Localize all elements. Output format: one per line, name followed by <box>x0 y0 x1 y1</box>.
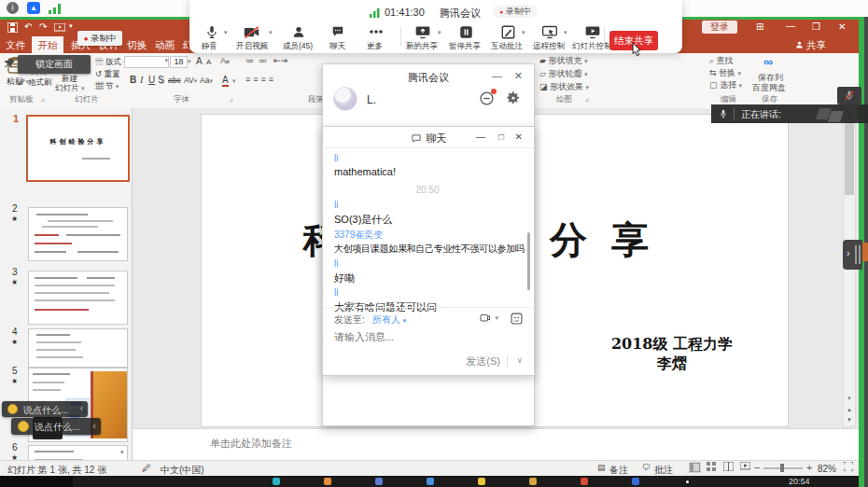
fit-window-icon[interactable] <box>844 462 853 471</box>
collapse-left-icon2[interactable]: ‹ <box>92 420 96 431</box>
slide-control-button[interactable]: 幻灯片控制 <box>572 41 612 52</box>
side-panel-toggle[interactable]: › <box>843 240 862 270</box>
baidu-save-button-line2[interactable]: 百度网盘 <box>752 82 786 94</box>
italic-button[interactable]: I <box>140 75 143 85</box>
pin-icon[interactable] <box>4 56 16 70</box>
clear-format-button[interactable]: A𝄪 <box>220 56 230 66</box>
scroll-down-icon[interactable]: ▼ <box>847 396 852 401</box>
start-video-button[interactable]: 开启视频 <box>236 41 268 52</box>
comments-toggle-button[interactable]: 批注 <box>654 464 673 477</box>
collapse-left-icon[interactable]: ‹ <box>80 403 83 413</box>
layout-button[interactable]: ▤ 版式 ▾ <box>95 57 127 68</box>
shape-fill-button[interactable]: ▰ 形状填充 ▾ <box>539 55 587 67</box>
recording-badge[interactable]: ● 录制中 <box>493 5 538 18</box>
meeting-close-icon[interactable]: ✕ <box>514 70 523 82</box>
undo-icon[interactable]: ↶ <box>24 21 32 32</box>
close-icon[interactable]: ✕ <box>838 21 846 32</box>
user-avatar[interactable] <box>333 87 357 111</box>
status-zoom-level[interactable]: 82% <box>818 464 836 474</box>
remote-control-button[interactable]: 远程控制 <box>533 41 565 52</box>
send-button[interactable]: 发送(S) <box>466 355 500 369</box>
thumb-panel-scroll-icon[interactable]: ▾ <box>120 449 124 456</box>
danmaku-bar2[interactable]: 说点什么... ‹ <box>11 418 101 435</box>
meeting-minimize-icon[interactable]: — <box>492 70 502 81</box>
bullets-button[interactable]: ≔ <box>245 56 254 65</box>
collapsed-window-notch[interactable] <box>862 243 868 261</box>
members-icon[interactable] <box>292 25 305 39</box>
font-color-button[interactable]: A <box>222 75 229 87</box>
annotate-caret-icon[interactable]: ▾ <box>522 29 525 36</box>
numbering-button[interactable]: ≕ <box>259 56 267 65</box>
clipboard-dialog-launcher[interactable]: ⌟ <box>41 93 45 103</box>
chat-maximize-icon[interactable]: □ <box>498 127 504 147</box>
chat-window[interactable]: 聊天 — □ ✕ li mathematica! 20:50 li SO(3)是… <box>322 126 535 376</box>
bold-button[interactable]: B <box>130 75 136 85</box>
font-size-box[interactable]: 18 <box>170 56 188 68</box>
zoom-out-button[interactable]: − <box>754 462 760 473</box>
minimize-icon[interactable]: — <box>786 21 795 31</box>
font-size-caret-icon[interactable]: ▾ <box>188 58 191 65</box>
login-button[interactable]: 登录 <box>702 21 737 34</box>
danmaku-bar[interactable]: 说点什么... ‹ <box>2 401 88 417</box>
view-reading-button[interactable] <box>723 462 734 471</box>
screenshot-caret-icon[interactable]: ▾ <box>495 314 498 322</box>
restore-icon[interactable]: ❐ <box>812 21 820 32</box>
slide-thumbnail-3[interactable] <box>28 271 128 325</box>
screenshot-icon[interactable] <box>479 313 491 324</box>
camera-icon[interactable] <box>244 26 259 39</box>
tab-file[interactable]: 文件 <box>6 39 25 52</box>
pause-share-icon[interactable] <box>459 25 473 39</box>
indent-buttons[interactable]: ⇤⇥ <box>273 56 287 65</box>
danmaku-input2[interactable]: 说点什么... <box>35 421 79 434</box>
view-normal-button[interactable] <box>689 462 701 473</box>
taskbar-app-icon[interactable] <box>375 478 383 485</box>
new-slide-button-line2[interactable]: 幻灯片 ▾ <box>55 83 84 94</box>
select-button[interactable]: ▢ 选择 ▾ <box>709 79 742 91</box>
align-buttons[interactable]: ≡≡≡≡ <box>245 75 276 84</box>
save-icon[interactable] <box>7 22 18 33</box>
chat-header[interactable]: 聊天 — □ ✕ <box>323 127 534 148</box>
notes-placeholder[interactable]: 单击此处添加备注 <box>210 437 292 451</box>
font-color-caret-icon[interactable]: ▾ <box>232 77 236 85</box>
toolbar-chat-icon[interactable] <box>331 25 344 38</box>
tab-home[interactable]: 开始 <box>32 36 63 53</box>
members-button[interactable]: 成员(45) <box>283 41 313 52</box>
view-sorter-button[interactable] <box>707 462 717 471</box>
status-language[interactable]: 中文(中国) <box>161 464 204 477</box>
replace-button[interactable]: ⇆ 替换 ▾ <box>709 67 741 79</box>
annotate-icon[interactable] <box>501 25 515 39</box>
new-share-caret-icon[interactable]: ▾ <box>438 29 441 36</box>
zoom-slider-thumb[interactable] <box>780 464 784 472</box>
emoji-face-icon2[interactable] <box>18 421 29 432</box>
meeting-app-icon[interactable]: ▲ <box>27 2 40 14</box>
reset-button[interactable]: ↺ 重置 <box>95 69 119 80</box>
slide-thumbnail-2[interactable] <box>28 207 128 261</box>
slide-thumbnail-1[interactable]: 科创经验分享 <box>26 115 130 182</box>
slide-control-icon[interactable] <box>585 25 600 39</box>
char-spacing-button[interactable]: AV▾ <box>184 76 197 85</box>
change-case-button[interactable]: Aa▾ <box>200 76 213 85</box>
taskbar-app-icon[interactable] <box>478 478 485 485</box>
danmaku-input[interactable]: 说点什么... <box>23 404 68 417</box>
taskbar-clock[interactable]: 20:54 <box>789 477 810 486</box>
redo-icon[interactable]: ↷ <box>39 21 47 32</box>
strikethrough-button[interactable]: abc <box>168 76 181 85</box>
new-share-icon[interactable] <box>415 25 430 39</box>
drag-handle-icon[interactable] <box>855 245 857 264</box>
video-caret-icon[interactable]: ▾ <box>269 29 273 36</box>
find-button[interactable]: ⌕ 查找 <box>709 55 734 67</box>
zoom-in-button[interactable]: + <box>806 462 812 473</box>
send-caret-icon[interactable]: ∨ <box>516 355 523 365</box>
chat-minimize-icon[interactable]: — <box>476 127 485 147</box>
notes-toggle-button[interactable]: 备注 <box>609 464 628 477</box>
mute-caret-icon[interactable]: ▾ <box>224 29 228 36</box>
mic-icon[interactable] <box>205 25 218 39</box>
pause-share-button[interactable]: 暂停共享 <box>449 41 481 52</box>
taskbar-app-icon[interactable] <box>632 478 639 485</box>
emoji-icon[interactable] <box>511 313 523 325</box>
section-button[interactable]: ▦ 节 ▾ <box>95 81 119 92</box>
chat-scrollbar[interactable] <box>527 232 530 290</box>
spell-check-icon[interactable]: 🖉 <box>142 463 151 473</box>
grow-font-button[interactable]: A <box>196 56 203 66</box>
remote-control-icon[interactable] <box>542 25 557 39</box>
